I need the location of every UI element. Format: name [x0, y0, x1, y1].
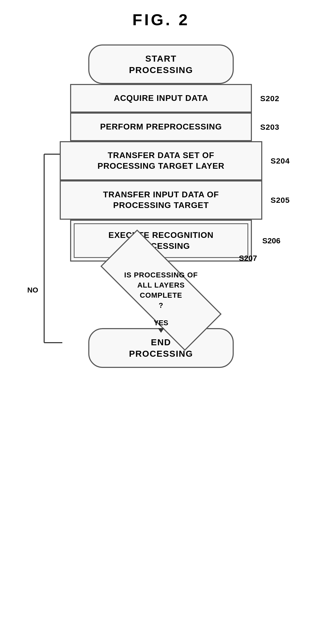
- s202-label: ACQUIRE INPUT DATA: [114, 93, 208, 103]
- s204-label: TRANSFER DATA SET OF PROCESSING TARGET L…: [98, 151, 225, 171]
- start-label: START PROCESSING: [129, 54, 193, 75]
- s204-box: TRANSFER DATA SET OF PROCESSING TARGET L…: [60, 141, 262, 180]
- yes-section: YES: [154, 319, 168, 328]
- s203-row: PERFORM PREPROCESSING S203: [0, 113, 322, 141]
- s203-label: PERFORM PREPROCESSING: [100, 122, 222, 131]
- s202-step: S202: [260, 93, 279, 103]
- s207-row: IS PROCESSING OF ALL LAYERS COMPLETE ? S…: [0, 262, 322, 319]
- s206-inner: EXECUTE RECOGNITION PROCESSING: [74, 223, 248, 258]
- s204-step: S204: [271, 156, 290, 166]
- diagram-container: FIG. 2 START PROCESSING ACQUIRE INPUT DA…: [0, 0, 322, 644]
- s206-step: S206: [262, 236, 280, 245]
- flowchart: START PROCESSING ACQUIRE INPUT DATA S202…: [0, 44, 322, 368]
- loop-section: TRANSFER DATA SET OF PROCESSING TARGET L…: [0, 141, 322, 328]
- s207-step: S207: [239, 254, 257, 263]
- s205-box: TRANSFER INPUT DATA OF PROCESSING TARGET…: [60, 180, 262, 220]
- s207-text: IS PROCESSING OF ALL LAYERS COMPLETE ?: [117, 270, 205, 311]
- figure-title: FIG. 2: [132, 10, 190, 29]
- s205-label: TRANSFER INPUT DATA OF PROCESSING TARGET: [103, 190, 219, 210]
- s204-row: TRANSFER DATA SET OF PROCESSING TARGET L…: [0, 141, 322, 180]
- s205-row: TRANSFER INPUT DATA OF PROCESSING TARGET…: [0, 180, 322, 220]
- start-terminal: START PROCESSING: [88, 44, 234, 84]
- s205-step: S205: [271, 195, 290, 205]
- s203-step: S203: [260, 122, 279, 132]
- s202-box: ACQUIRE INPUT DATA S202: [70, 84, 252, 113]
- yes-label: YES: [154, 319, 168, 327]
- s202-row: ACQUIRE INPUT DATA S202: [0, 84, 322, 113]
- s207-diamond-wrapper: IS PROCESSING OF ALL LAYERS COMPLETE ?: [93, 262, 229, 319]
- no-label: NO: [27, 286, 38, 294]
- s203-box: PERFORM PREPROCESSING S203: [70, 113, 252, 141]
- end-terminal: END PROCESSING: [88, 328, 234, 368]
